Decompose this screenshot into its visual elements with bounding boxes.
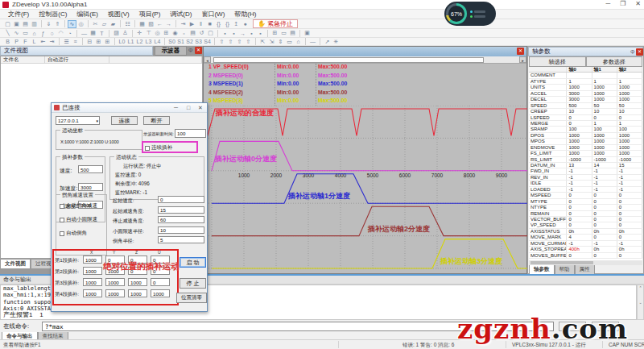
interp-field-input[interactable]: 500 — [78, 165, 103, 173]
dialog-minimize-icon[interactable]: ─ — [174, 105, 178, 110]
toolbar-icon[interactable]: ⇲ — [267, 38, 276, 46]
menu-item[interactable]: 窗口(W) — [196, 10, 229, 19]
toolbar-icon[interactable]: ♙ — [121, 29, 130, 37]
toolbar-icon[interactable]: S3 — [194, 38, 203, 46]
toolbar-icon[interactable]: ▤ — [188, 29, 197, 37]
corner-field-input[interactable]: 0 — [158, 196, 204, 203]
toolbar-icon[interactable]: ▰ — [109, 20, 118, 28]
toolbar-icon[interactable]: S1 — [176, 38, 185, 46]
dialog-title-bar[interactable]: 已连接 — [52, 103, 207, 113]
toolbar-icon[interactable]: B — [3, 38, 12, 46]
toolbar-icon[interactable]: ⊞ — [103, 38, 112, 46]
oscilloscope-close-icon[interactable]: ✕ — [517, 48, 524, 55]
axis-table-row[interactable]: DATUM_IN131415 — [529, 163, 642, 168]
toolbar-icon[interactable]: ▪ — [221, 29, 229, 37]
axis-table-row[interactable]: DPOS100010001000 — [529, 133, 642, 139]
axis-table-row[interactable]: MOVE_CURMARK-1-1-1 — [529, 241, 642, 247]
segment-value-input[interactable]: 1000 — [83, 289, 102, 297]
scrollbar-thumb[interactable] — [213, 57, 484, 63]
toolbar-icon[interactable]: ⌂ — [294, 38, 303, 46]
toolbar-icon[interactable]: ⊞ — [270, 29, 279, 37]
segment-value-input[interactable]: 0 — [151, 278, 170, 286]
disconnect-button[interactable]: 断开 — [143, 116, 170, 125]
corner-checkbox[interactable]: 自动拐角减速 — [60, 202, 97, 210]
toolbar-icon[interactable]: L3 — [144, 38, 153, 46]
toolbar-icon[interactable]: ↺ — [197, 29, 206, 37]
toolbar-icon[interactable]: ◉ — [171, 29, 180, 37]
toolbar-icon[interactable]: ⊤ — [144, 29, 153, 37]
axis-table-row[interactable]: MTYPE000 — [529, 199, 642, 205]
toolbar-icon[interactable]: ▪ — [229, 29, 238, 37]
menu-item[interactable]: 视图(V) — [103, 10, 134, 19]
toolbar-icon[interactable]: → — [164, 20, 173, 28]
segment-value-input[interactable]: 1000 — [105, 278, 125, 286]
toolbar-icon[interactable]: ‖ — [196, 20, 205, 28]
menu-item[interactable]: 调试(D) — [165, 10, 196, 19]
pin-icon[interactable]: Φ — [630, 49, 635, 55]
toolbar-icon[interactable]: L0 — [118, 38, 126, 46]
panel-close-icon[interactable]: ✕ — [195, 47, 202, 54]
menu-item[interactable]: 编辑(E) — [72, 10, 103, 19]
toolbar-icon[interactable]: ƒ — [39, 29, 47, 37]
segment-value-input[interactable]: 1000 — [83, 267, 102, 275]
toolbar-icon[interactable]: S4 — [203, 38, 212, 46]
ip-combobox[interactable]: 127.0.0.1▾ — [56, 116, 100, 125]
checkbox-icon[interactable] — [60, 218, 64, 222]
toolbar-icon[interactable]: ⊞ — [162, 29, 171, 37]
axis-column-header[interactable]: 轴0 — [567, 67, 592, 72]
oscilloscope-title-bar[interactable] — [204, 47, 526, 56]
toolbar-icon[interactable]: ⊟ — [85, 38, 94, 46]
toolbar-icon[interactable]: {} — [214, 20, 223, 28]
toolbar-icon[interactable]: P — [12, 38, 21, 46]
toolbar-icon[interactable]: ∿ — [12, 29, 21, 37]
dialog-close-icon[interactable]: ✕ — [198, 105, 203, 111]
toolbar-icon[interactable]: — — [80, 29, 89, 37]
toolbar-icon[interactable]: T — [97, 29, 106, 37]
axis-table-row[interactable]: VECTOR_BUFFERED000 — [529, 217, 642, 222]
menu-item[interactable]: 项目(P) — [134, 10, 166, 19]
corner-field-input[interactable]: 5 — [158, 236, 204, 243]
toolbar-icon[interactable]: ▭ — [285, 38, 294, 46]
axis-table-row[interactable]: DECEL300010001000 — [529, 97, 642, 102]
toolbar-icon[interactable]: ▶ — [188, 20, 196, 28]
toolbar-icon[interactable]: ▪ — [256, 29, 265, 37]
toolbar-icon[interactable]: ▱ — [100, 20, 109, 28]
toolbar-icon[interactable]: ⇧ — [217, 38, 226, 46]
toolbar-icon[interactable]: ▨ — [112, 29, 121, 37]
toolbar-icon[interactable]: ▧ — [147, 20, 155, 28]
toolbar-icon[interactable]: ↥ — [232, 20, 241, 28]
toolbar-icon[interactable]: ☷ — [123, 20, 132, 28]
axis-table-row[interactable]: SRAMP100100100 — [529, 127, 642, 132]
toolbar-icon[interactable]: ▤ — [21, 20, 30, 28]
toolbar-icon[interactable]: ⇧ — [244, 38, 253, 46]
axis-column-header[interactable]: 轴1 — [592, 67, 617, 72]
tab-oscilloscope[interactable]: 示波器 — [155, 46, 187, 56]
toolbar-icon[interactable]: F — [21, 38, 30, 46]
stop-button[interactable]: 停 止 — [180, 278, 206, 289]
axis-table-row[interactable]: AXISSTATUS0h0h0h — [529, 229, 642, 235]
axis-table-row[interactable]: MOVE_MARK400 — [529, 235, 642, 240]
emergency-stop-button[interactable]: ✋紧急停止 — [253, 19, 298, 28]
toolbar-icon[interactable]: S2 — [185, 38, 194, 46]
segment-value-input[interactable]: 1000 — [128, 278, 147, 286]
toolbar-icon[interactable]: L — [30, 38, 39, 46]
checkbox-icon[interactable] — [60, 231, 64, 236]
toolbar-icon[interactable]: ⇑ — [53, 20, 62, 28]
toolbar-icon[interactable]: ○ — [47, 29, 56, 37]
toolbar-icon[interactable]: ◎ — [76, 20, 85, 28]
toolbar-icon[interactable]: L1 — [126, 38, 135, 46]
toolbar-icon[interactable]: ← — [155, 20, 164, 28]
scroll-left-icon[interactable]: ◂ — [204, 56, 211, 63]
pin-icon[interactable]: Φ — [188, 48, 193, 53]
axis-column-header[interactable]: 轴2 — [617, 67, 642, 72]
axis-table-row[interactable]: CREEP101010 — [529, 109, 642, 114]
dialog-maximize-icon[interactable]: □ — [187, 105, 190, 110]
menu-item[interactable]: 文件(F) — [3, 10, 34, 19]
toolbar-icon[interactable]: — — [308, 38, 317, 46]
toolbar-icon[interactable]: ⇥ — [179, 20, 188, 28]
file-list-column-header[interactable]: 文件名 — [1, 56, 45, 63]
toolbar-icon[interactable]: ■ — [205, 20, 214, 28]
panel-close-icon[interactable]: ✕ — [636, 48, 643, 56]
axis-table-row[interactable]: FWD_IN-1-1-1 — [529, 168, 642, 174]
axis-table-row[interactable]: REMAIN000 — [529, 211, 642, 217]
